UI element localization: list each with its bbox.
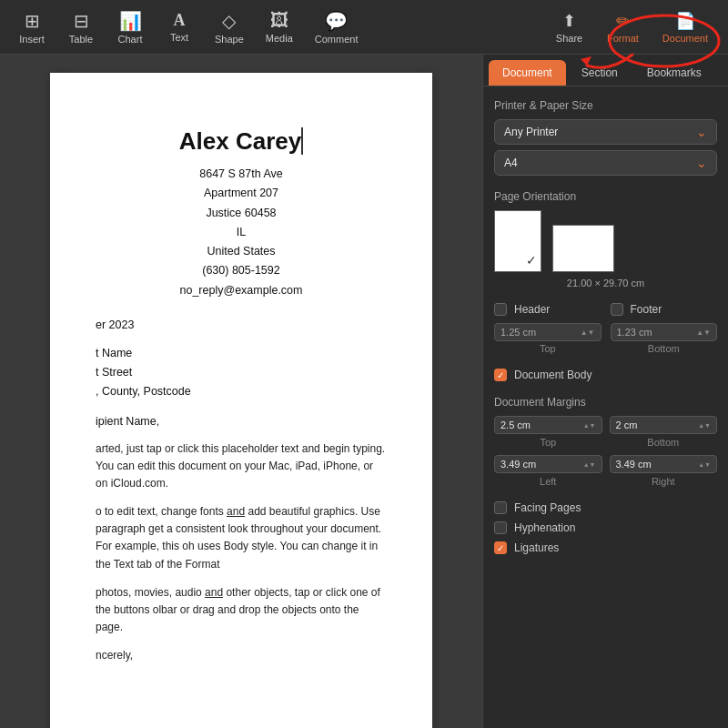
toolbar-chart[interactable]: 📊 Chart: [107, 6, 153, 48]
document-label: Document: [662, 33, 708, 44]
header-footer-row: Header 1.25 cm ▲▼ Top Footer: [494, 303, 717, 354]
orientation-section: Page Orientation ✓ 21.00 × 29.70 cm: [494, 190, 717, 288]
margins-section: Document Margins 2.5 cm ▲▼ Top 2 cm ▲▼: [494, 396, 717, 487]
shape-icon: ◇: [222, 10, 236, 32]
text-label: Text: [170, 32, 188, 43]
margins-grid: 2.5 cm ▲▼ Top 2 cm ▲▼ Bottom: [494, 416, 717, 487]
footer-checkbox-row: Footer: [611, 303, 718, 316]
facing-pages-row: Facing Pages: [494, 501, 717, 514]
margin-right: 3.49 cm ▲▼ Right: [610, 455, 718, 487]
dropdown-arrow-icon: ⌄: [696, 156, 707, 170]
ligatures-row: ✓ Ligatures: [494, 541, 717, 554]
margin-bottom-input[interactable]: 2 cm ▲▼: [610, 416, 718, 434]
margin-right-value: 3.49 cm: [616, 459, 652, 470]
table-label: Table: [69, 34, 93, 45]
margin-top-spinner[interactable]: ▲▼: [583, 422, 596, 429]
margin-top-value: 2.5 cm: [500, 420, 531, 430]
portrait-button[interactable]: ✓: [494, 210, 541, 272]
toolbar-text[interactable]: A Text: [157, 7, 202, 46]
doc-body-section: ✓ Document Body: [494, 369, 717, 381]
toolbar-share[interactable]: ⬆ Share: [544, 7, 594, 47]
ligatures-checkbox[interactable]: ✓: [494, 541, 507, 554]
insert-icon: ⊞: [25, 10, 40, 32]
share-icon: ⬆: [562, 11, 576, 31]
main-area: Alex Carey 8647 S 87th Ave Apartment 207…: [0, 55, 728, 728]
toolbar: ⊞ Insert ⊟ Table 📊 Chart A Text ◇ Shape …: [0, 0, 728, 55]
toolbar-shape[interactable]: ◇ Shape: [206, 6, 253, 48]
margins-label: Document Margins: [494, 396, 717, 409]
cursor: [301, 127, 303, 155]
header-sublabel: Top: [494, 343, 602, 354]
margin-bottom-label: Bottom: [610, 437, 718, 448]
document-area: Alex Carey 8647 S 87th Ave Apartment 207…: [0, 55, 482, 728]
header-input[interactable]: 1.25 cm ▲▼: [494, 323, 602, 341]
media-label: Media: [266, 33, 293, 44]
header-spinner[interactable]: ▲▼: [581, 329, 595, 337]
doc-recipient: t Name t Street , County, Postcode: [96, 344, 387, 402]
printer-section: Printer & Paper Size Any Printer ⌄ A4 ⌄: [494, 99, 717, 176]
orientation-portrait-wrapper: ✓: [494, 210, 541, 272]
margin-left-spinner[interactable]: ▲▼: [583, 461, 596, 468]
margin-left-input[interactable]: 3.49 cm ▲▼: [494, 455, 602, 473]
footer-input[interactable]: 1.23 cm ▲▼: [611, 323, 718, 341]
margin-right-spinner[interactable]: ▲▼: [698, 461, 711, 468]
orientation-label: Page Orientation: [494, 190, 717, 203]
toolbar-format[interactable]: ✏ Format: [596, 7, 650, 47]
printer-value: Any Printer: [504, 126, 558, 138]
margin-top-input[interactable]: 2.5 cm ▲▼: [494, 416, 602, 434]
margin-bottom-spinner[interactable]: ▲▼: [698, 422, 711, 429]
doc-body-row: ✓ Document Body: [494, 369, 717, 381]
facing-pages-section: Facing Pages Hyphenation ✓ Ligatures: [494, 501, 717, 554]
margin-left: 3.49 cm ▲▼ Left: [494, 455, 602, 487]
footer-value: 1.23 cm: [617, 327, 652, 338]
toolbar-document[interactable]: 📄 Document: [652, 7, 719, 47]
header-checkbox-row: Header: [494, 303, 602, 316]
facing-pages-checkbox[interactable]: [494, 501, 507, 514]
footer-checkbox[interactable]: [611, 303, 623, 316]
text-icon: A: [174, 11, 186, 30]
printer-section-label: Printer & Paper Size: [494, 99, 717, 112]
footer-label: Footer: [631, 303, 662, 316]
orientation-row: ✓: [494, 210, 717, 272]
margin-right-label: Right: [610, 476, 718, 487]
footer-sublabel: Bottom: [611, 343, 718, 354]
margin-bottom-value: 2 cm: [616, 420, 638, 430]
tab-bookmarks[interactable]: Bookmarks: [633, 60, 715, 86]
header-value: 1.25 cm: [500, 327, 536, 338]
toolbar-insert[interactable]: ⊞ Insert: [9, 6, 55, 48]
comment-icon: 💬: [325, 10, 348, 32]
landscape-button[interactable]: [552, 225, 614, 272]
doc-date: er 2023: [96, 318, 387, 331]
hyphenation-checkbox[interactable]: [494, 521, 507, 534]
footer-spinner[interactable]: ▲▼: [696, 329, 711, 337]
margin-top: 2.5 cm ▲▼ Top: [494, 416, 602, 448]
panel-tabs: Document Section Bookmarks: [483, 55, 728, 86]
toolbar-media[interactable]: 🖼 Media: [257, 6, 302, 47]
facing-pages-label: Facing Pages: [514, 501, 581, 514]
shape-label: Shape: [215, 34, 244, 45]
dropdown-arrow-icon: ⌄: [696, 125, 707, 139]
share-label: Share: [556, 33, 582, 44]
header-checkbox[interactable]: [494, 303, 507, 316]
printer-dropdown[interactable]: Any Printer ⌄: [494, 119, 717, 145]
tab-section[interactable]: Section: [568, 60, 632, 86]
margin-right-input[interactable]: 3.49 cm ▲▼: [610, 455, 718, 473]
footer-item: Footer 1.23 cm ▲▼ Bottom: [611, 303, 718, 354]
doc-body-checkbox[interactable]: ✓: [494, 369, 507, 381]
hyphenation-label: Hyphenation: [514, 521, 575, 534]
table-icon: ⊟: [74, 10, 89, 32]
paper-value: A4: [504, 157, 518, 169]
header-footer-section: Header 1.25 cm ▲▼ Top Footer: [494, 303, 717, 354]
tab-document[interactable]: Document: [489, 60, 566, 86]
contact-name: Alex Carey: [96, 127, 387, 156]
doc-body: arted, just tap or click this placeholde…: [96, 440, 387, 665]
margin-left-label: Left: [494, 476, 602, 487]
paper-dropdown[interactable]: A4 ⌄: [494, 150, 717, 176]
toolbar-comment[interactable]: 💬 Comment: [306, 6, 368, 48]
document-page: Alex Carey 8647 S 87th Ave Apartment 207…: [50, 73, 432, 728]
format-icon: ✏: [616, 11, 630, 31]
orientation-size: 21.00 × 29.70 cm: [494, 278, 717, 288]
chart-icon: 📊: [119, 10, 142, 32]
portrait-check-icon: ✓: [526, 253, 537, 268]
toolbar-table[interactable]: ⊟ Table: [58, 6, 104, 48]
